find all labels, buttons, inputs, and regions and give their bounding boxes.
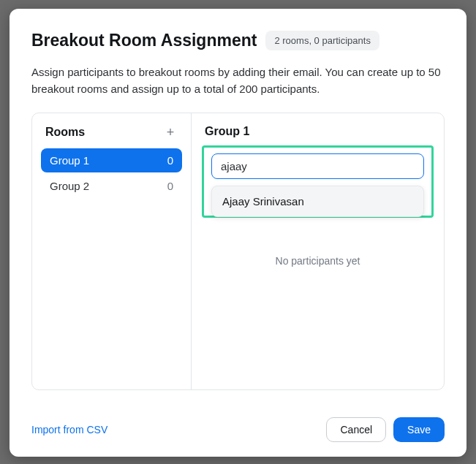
rooms-header: Rooms +	[41, 125, 182, 148]
modal-description: Assign participants to breakout rooms by…	[31, 64, 445, 98]
rooms-label: Rooms	[45, 126, 85, 139]
room-item-group-1[interactable]: Group 1 0	[41, 148, 182, 172]
empty-state-text: No participants yet	[192, 255, 444, 267]
footer-buttons: Cancel Save	[326, 417, 445, 442]
autocomplete-suggestion[interactable]: Ajaay Srinivasan	[211, 186, 424, 217]
group-title: Group 1	[200, 125, 435, 145]
add-room-button[interactable]: +	[163, 125, 178, 140]
modal-footer: Import from CSV Cancel Save	[31, 401, 445, 442]
cancel-button[interactable]: Cancel	[326, 417, 386, 442]
room-count: 0	[167, 154, 173, 167]
room-count: 0	[167, 180, 173, 192]
room-item-group-2[interactable]: Group 2 0	[41, 174, 182, 198]
participant-search-input[interactable]	[211, 153, 424, 179]
import-csv-link[interactable]: Import from CSV	[31, 424, 107, 436]
panes-container: Rooms + Group 1 0 Group 2 0 Group 1 Ajaa…	[31, 113, 445, 390]
room-name: Group 1	[50, 154, 89, 167]
participants-pane: Group 1 Ajaay Srinivasan No participants…	[192, 113, 444, 389]
room-count-badge: 2 rooms, 0 participants	[265, 31, 379, 50]
room-name: Group 2	[50, 180, 89, 192]
breakout-assignment-modal: Breakout Room Assignment 2 rooms, 0 part…	[10, 9, 466, 457]
modal-title: Breakout Room Assignment	[31, 31, 257, 50]
search-highlight-box: Ajaay Srinivasan	[202, 145, 434, 218]
save-button[interactable]: Save	[393, 417, 445, 442]
rooms-pane: Rooms + Group 1 0 Group 2 0	[32, 113, 192, 389]
modal-header: Breakout Room Assignment 2 rooms, 0 part…	[31, 31, 445, 50]
